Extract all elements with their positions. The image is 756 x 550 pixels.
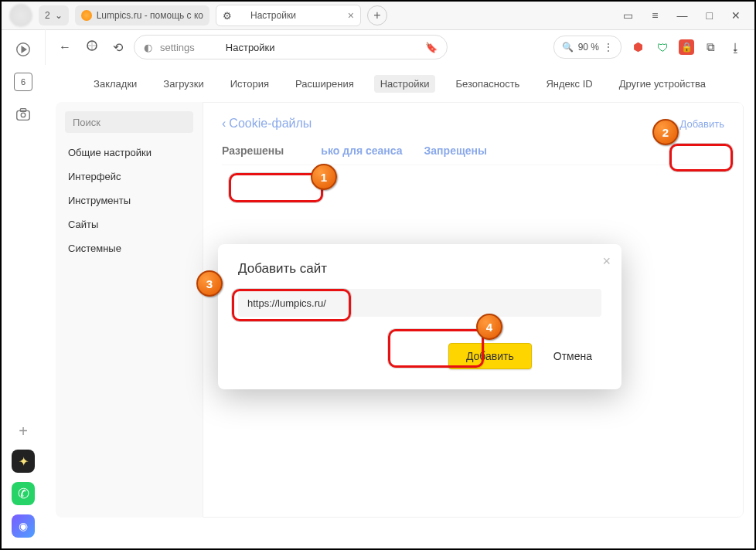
security-icon[interactable]: 🔒: [679, 39, 694, 55]
settings-sidebar: Поиск Общие настройки Интерфейс Инструме…: [56, 102, 203, 518]
filter-session-only[interactable]: ько для сеанса: [321, 144, 402, 157]
filter-blocked[interactable]: Запрещены: [424, 144, 487, 157]
highlight-1: [229, 173, 323, 202]
badge-2: 2: [652, 119, 679, 145]
protect-icon[interactable]: 🛡: [654, 39, 671, 56]
tab-counter[interactable]: 2 ⌄: [39, 5, 69, 25]
extensions-icon[interactable]: ⧉: [702, 39, 719, 56]
heading-text: Cookie-файлы: [229, 117, 312, 131]
url-text: settings: [160, 42, 195, 53]
back-icon[interactable]: ←: [56, 37, 74, 57]
settings-top-nav: Закладки Загрузки История Расширения Нас…: [45, 65, 754, 102]
maximize-icon[interactable]: □: [707, 9, 713, 22]
highlight-2: [669, 144, 733, 171]
filter-allowed[interactable]: Разрешены: [222, 144, 284, 157]
nav-history[interactable]: История: [224, 75, 275, 93]
title-bar: 2 ⌄ Lumpics.ru - помощь с ко ⚙ Настройки…: [2, 2, 754, 30]
add-panel-icon[interactable]: +: [19, 423, 28, 440]
url-bar: ← ⟲ ◐ settings Настройки 🔖 🔍 90 % ⋮ ⬢ 🛡 …: [45, 29, 754, 66]
whatsapp-icon[interactable]: ✆: [12, 482, 35, 505]
svg-rect-1: [17, 110, 30, 120]
tab-count: 2: [45, 10, 50, 21]
alice-icon[interactable]: ◉: [12, 514, 35, 538]
gear-icon: ⚙: [223, 10, 232, 22]
nav-security[interactable]: Безопасность: [449, 75, 526, 93]
tab-count-box[interactable]: 6: [14, 73, 32, 91]
close-modal-icon[interactable]: ×: [602, 253, 611, 270]
highlight-3: [232, 289, 351, 321]
chevron-down-icon: ⌄: [55, 10, 63, 21]
modal-title: Добавить сайт: [238, 261, 601, 277]
left-sidebar: 6 + ✦ ✆ ◉: [2, 29, 46, 548]
minimize-icon[interactable]: ―: [677, 9, 688, 22]
new-tab-button[interactable]: +: [367, 5, 387, 25]
play-circle-icon[interactable]: [14, 40, 32, 59]
tab-title: Настройки: [250, 10, 296, 21]
search-input[interactable]: Поиск: [65, 111, 193, 133]
nav-downloads[interactable]: Загрузки: [157, 75, 209, 93]
cancel-button[interactable]: Отмена: [544, 343, 601, 369]
tab-title: Lumpics.ru - помощь с ко: [97, 10, 203, 21]
sidebar-item-general[interactable]: Общие настройки: [56, 141, 203, 165]
sidebar-item-system[interactable]: Системные: [56, 236, 203, 260]
window-menu-icon[interactable]: ≡: [652, 9, 658, 22]
url-title: Настройки: [226, 42, 275, 53]
zoom-control[interactable]: 🔍 90 % ⋮: [553, 36, 621, 59]
close-icon[interactable]: ✕: [731, 9, 741, 22]
sidebar-item-interface[interactable]: Интерфейс: [56, 165, 203, 188]
nav-settings[interactable]: Настройки: [374, 75, 436, 93]
search-icon: 🔍: [562, 42, 574, 53]
adblock-icon[interactable]: ⬢: [629, 39, 646, 56]
app-icon-1[interactable]: ✦: [12, 450, 35, 473]
downloads-icon[interactable]: ⭳: [727, 39, 744, 56]
zoom-level: 90 %: [578, 42, 599, 53]
window-tab-icon[interactable]: ▭: [623, 9, 633, 22]
highlight-4: [388, 329, 484, 368]
sidebar-item-sites[interactable]: Сайты: [56, 212, 203, 236]
window-avatar: [9, 4, 32, 27]
nav-yandex-id[interactable]: Яндекс ID: [540, 75, 598, 93]
address-bar[interactable]: ◐ settings Настройки 🔖: [134, 35, 448, 59]
nav-other-devices[interactable]: Другие устройства: [613, 75, 712, 93]
browser-tab-settings[interactable]: ⚙ Настройки ×: [216, 5, 361, 26]
camera-icon[interactable]: [14, 105, 32, 124]
reload-icon[interactable]: ⟲: [110, 37, 126, 58]
badge-1: 1: [311, 164, 337, 190]
svg-rect-3: [20, 109, 26, 112]
bookmark-icon[interactable]: 🔖: [425, 42, 438, 53]
nav-bookmarks[interactable]: Закладки: [87, 75, 143, 93]
home-icon[interactable]: [82, 36, 102, 59]
svg-point-2: [21, 113, 26, 117]
chevron-left-icon: ‹: [222, 117, 226, 131]
kebab-icon[interactable]: ⋮: [604, 42, 613, 53]
browser-tab-lumpics[interactable]: Lumpics.ru - помощь с ко: [75, 5, 209, 25]
back-to-cookies-link[interactable]: ‹ Cookie-файлы: [222, 117, 312, 131]
favicon-icon: [81, 10, 92, 21]
close-tab-icon[interactable]: ×: [348, 9, 354, 22]
add-site-link[interactable]: Добавить: [680, 118, 724, 130]
sidebar-item-tools[interactable]: Инструменты: [56, 188, 203, 212]
nav-extensions[interactable]: Расширения: [289, 75, 360, 93]
site-info-icon[interactable]: ◐: [144, 42, 152, 53]
badge-3: 3: [196, 270, 223, 297]
badge-4: 4: [476, 314, 502, 340]
